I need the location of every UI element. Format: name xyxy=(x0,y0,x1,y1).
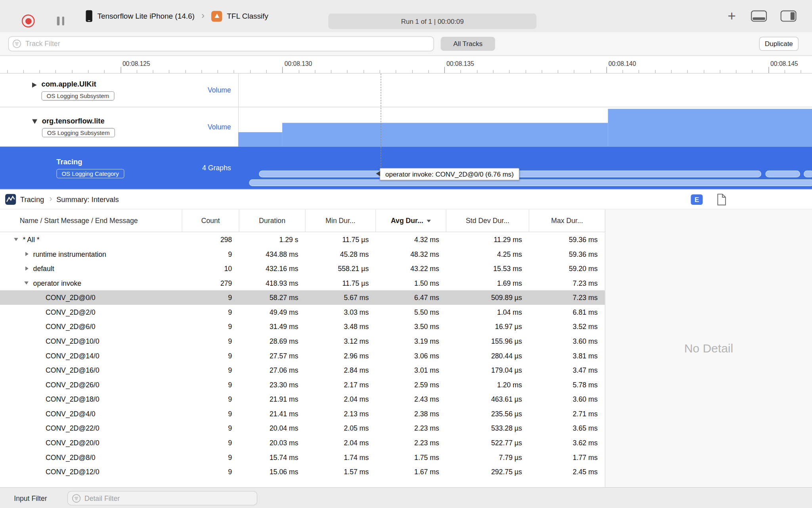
cell-name: CONV_2D@12/0 xyxy=(0,468,182,476)
duplicate-button[interactable]: Duplicate xyxy=(759,37,799,51)
column-header-name[interactable]: Name / Start Message / End Message xyxy=(0,210,182,232)
table-row[interactable]: CONV_2D@20/0920.03 ms2.04 ms2.23 ms522.7… xyxy=(0,435,605,450)
track-header-uikit[interactable]: com.apple.UIKit OS Logging Subsystem Vol… xyxy=(0,73,238,107)
ruler-tick xyxy=(23,70,24,73)
toggle-right-pane-icon[interactable] xyxy=(780,10,796,22)
table-row[interactable]: default10432.16 ms558.21 µs43.22 ms15.53… xyxy=(0,261,605,276)
all-tracks-button[interactable]: All Tracks xyxy=(441,37,495,51)
intervals-table-body: * All *2981.29 s11.75 µs4.32 ms11.29 ms5… xyxy=(0,232,605,487)
cell-count: 10 xyxy=(182,265,239,273)
no-detail-label: No Detail xyxy=(684,341,733,355)
row-name: CONV_2D@26/0 xyxy=(46,381,100,389)
cell-name: CONV_2D@6/0 xyxy=(0,323,182,331)
add-instrument-button[interactable]: + xyxy=(723,0,740,32)
cell-std: 7.79 µs xyxy=(446,453,529,461)
cell-avg: 3.19 ms xyxy=(376,337,446,345)
ruler-label: 00:08.135 xyxy=(446,60,474,67)
detail-filter-input[interactable] xyxy=(67,491,257,506)
table-row[interactable]: CONV_2D@0/0958.27 ms5.67 ms6.47 ms509.89… xyxy=(0,290,605,305)
pause-button[interactable] xyxy=(57,17,64,25)
table-row[interactable]: * All *2981.29 s11.75 µs4.32 ms11.29 ms5… xyxy=(0,232,605,247)
disclosure-down-icon[interactable] xyxy=(32,119,37,124)
expanded-detail-icon[interactable]: E xyxy=(691,194,703,205)
track-row-tensorflow[interactable]: org.tensorflow.lite OS Logging Subsystem… xyxy=(0,107,812,146)
table-row[interactable]: CONV_2D@8/0915.74 ms1.74 ms1.75 ms7.79 µ… xyxy=(0,450,605,465)
table-row[interactable]: CONV_2D@22/0920.04 ms2.05 ms2.23 ms533.2… xyxy=(0,421,605,436)
cell-name: operator invoke xyxy=(0,279,182,287)
cell-name: CONV_2D@10/0 xyxy=(0,337,182,345)
track-filter-input[interactable] xyxy=(8,36,434,51)
track-row-tracing-selected[interactable]: Tracing OS Logging Category 4 Graphs ope… xyxy=(0,147,812,189)
record-button[interactable] xyxy=(22,15,35,28)
table-row[interactable]: CONV_2D@4/0921.41 ms2.13 ms2.38 ms235.56… xyxy=(0,406,605,421)
column-header-min[interactable]: Min Dur... xyxy=(306,210,376,232)
ruler-tick xyxy=(39,70,40,73)
ruler-tick xyxy=(72,70,72,73)
cell-avg: 3.50 ms xyxy=(376,323,446,331)
chevron-down-icon[interactable] xyxy=(23,279,31,287)
interval-bar[interactable] xyxy=(765,171,800,177)
ruler-tick xyxy=(104,70,105,73)
target-app-selector[interactable]: TFL Classify xyxy=(227,12,268,20)
column-header-max[interactable]: Max Dur... xyxy=(529,210,605,232)
column-header-duration[interactable]: Duration xyxy=(239,210,305,232)
cell-count: 9 xyxy=(182,323,239,331)
tooltip-text: operator invoke: CONV_2D@0/0 (6.76 ms) xyxy=(385,170,514,178)
toggle-bottom-pane-icon[interactable] xyxy=(751,10,767,22)
track-row-uikit[interactable]: com.apple.UIKit OS Logging Subsystem Vol… xyxy=(0,73,812,107)
cell-avg: 6.47 ms xyxy=(376,294,446,302)
timeline-ruler[interactable]: 00:08.12500:08.13000:08.13500:08.14000:0… xyxy=(0,56,812,73)
chevron-right-icon[interactable] xyxy=(23,250,31,258)
column-header-avg[interactable]: Avg Dur... xyxy=(376,210,446,232)
disclosure-right-icon[interactable] xyxy=(32,83,37,88)
breadcrumb-root[interactable]: Tracing xyxy=(20,195,44,204)
cell-min: 2.96 ms xyxy=(306,352,376,360)
detail-filter-field[interactable] xyxy=(67,491,257,506)
column-header-count[interactable]: Count xyxy=(182,210,239,232)
cell-name: CONV_2D@26/0 xyxy=(0,381,182,389)
track-lane-tensorflow[interactable] xyxy=(238,107,812,146)
ruler-tick xyxy=(412,70,412,73)
sort-chevron-down-icon xyxy=(427,220,431,223)
ruler-tick xyxy=(250,70,251,73)
track-header-tracing[interactable]: Tracing OS Logging Category 4 Graphs xyxy=(0,147,238,189)
table-row[interactable]: CONV_2D@18/0921.91 ms2.04 ms2.43 ms463.6… xyxy=(0,392,605,406)
device-selector[interactable]: Tensorflow Lite iPhone (14.6) xyxy=(98,12,195,20)
ruler-tick xyxy=(542,70,542,73)
document-icon[interactable] xyxy=(717,193,727,206)
cell-duration: 418.93 ms xyxy=(239,279,305,287)
table-row[interactable]: CONV_2D@10/0928.69 ms3.12 ms3.19 ms155.9… xyxy=(0,334,605,348)
cell-avg: 2.23 ms xyxy=(376,424,446,432)
cell-min: 11.75 µs xyxy=(306,236,376,244)
breadcrumb-page[interactable]: Summary: Intervals xyxy=(56,195,119,204)
cell-std: 292.75 µs xyxy=(446,468,529,476)
table-row[interactable]: CONV_2D@26/0923.30 ms2.17 ms2.59 ms1.20 … xyxy=(0,377,605,392)
track-filter-field[interactable] xyxy=(8,36,434,51)
cell-max: 3.47 ms xyxy=(529,366,605,374)
chevron-right-icon: › xyxy=(201,10,205,21)
table-row[interactable]: CONV_2D@16/0927.06 ms2.84 ms3.01 ms179.0… xyxy=(0,363,605,377)
cell-max: 3.65 ms xyxy=(529,424,605,432)
table-row[interactable]: CONV_2D@14/0927.57 ms2.96 ms3.06 ms280.4… xyxy=(0,348,605,363)
chevron-down-icon[interactable] xyxy=(12,235,21,244)
inspection-playhead-line[interactable] xyxy=(381,73,381,172)
table-row[interactable]: CONV_2D@2/0949.49 ms3.03 ms5.50 ms1.04 m… xyxy=(0,305,605,319)
table-row[interactable]: runtime instrumentation9434.88 ms45.28 m… xyxy=(0,247,605,262)
chevron-right-icon[interactable] xyxy=(23,264,31,273)
ruler-tick xyxy=(606,67,607,73)
table-row[interactable]: operator invoke279418.93 ms11.75 µs1.50 … xyxy=(0,276,605,291)
ruler-tick xyxy=(590,70,590,73)
track-header-tensorflow[interactable]: org.tensorflow.lite OS Logging Subsystem… xyxy=(0,107,238,146)
table-row[interactable]: CONV_2D@12/0915.06 ms1.57 ms1.67 ms292.7… xyxy=(0,464,605,479)
interval-bar[interactable] xyxy=(804,171,812,177)
cell-max: 2.71 ms xyxy=(529,410,605,418)
interval-bar[interactable] xyxy=(249,179,812,186)
table-row[interactable]: CONV_2D@6/0931.49 ms3.48 ms3.50 ms16.97 … xyxy=(0,319,605,334)
cell-min: 2.04 ms xyxy=(306,395,376,403)
column-header-stddev[interactable]: Std Dev Dur... xyxy=(446,210,529,232)
track-lane-uikit[interactable] xyxy=(238,73,812,107)
cell-min: 5.67 ms xyxy=(306,294,376,302)
cell-max: 3.60 ms xyxy=(529,395,605,403)
cell-name: default xyxy=(0,264,182,273)
track-lane-tracing[interactable]: operator invoke: CONV_2D@0/0 (6.76 ms) xyxy=(238,147,812,189)
